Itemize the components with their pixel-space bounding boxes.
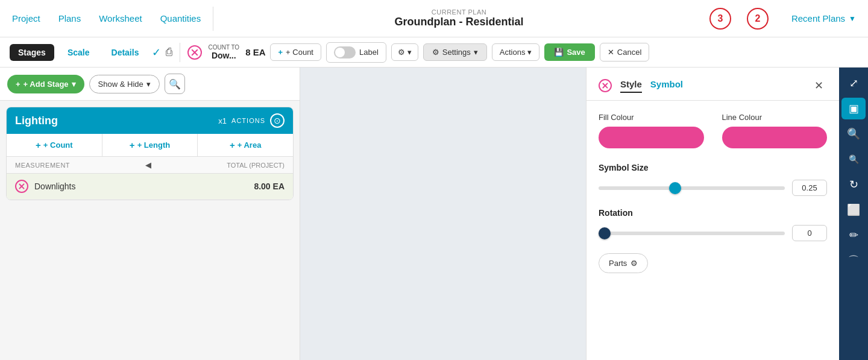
search-icon: 🔍 [169,78,181,90]
line-colour-label: Line Colour [722,113,828,122]
sidebar-path-icon[interactable]: ⌒ [841,250,866,271]
size-slider-thumb[interactable] [669,182,681,194]
nav-quantities[interactable]: Quantities [160,13,201,24]
count-to-label: COUNT TO [208,44,239,51]
fill-colour-section: Fill Colour [599,113,704,151]
details-tab[interactable]: Details [103,44,148,61]
toggle-knob [335,48,345,57]
save-label: Save [567,48,585,57]
add-stage-button[interactable]: + + Add Stage ▾ [7,75,84,93]
stage-header: Lighting x1 ACTIONS ⊙ [7,107,293,134]
left-panel-toolbar: + + Add Stage ▾ Show & Hide ▾ 🔍 [0,68,300,101]
left-panel: + + Add Stage ▾ Show & Hide ▾ 🔍 Lighting… [0,68,300,360]
length-plus-icon: + [130,140,135,150]
style-tab[interactable]: Style [620,79,642,93]
label-toggle[interactable] [334,46,356,58]
save-icon: 💾 [554,48,564,57]
item-name: Downlights [34,182,254,191]
stages-tab[interactable]: Stages [10,44,54,61]
settings-button[interactable]: ⚙ Settings ▾ [423,43,487,61]
add-stage-icon: + [16,80,20,89]
measurement-nav-icon[interactable]: ◀ [145,160,151,169]
line-colour-section: Line Colour [722,113,828,151]
colour-row: Fill Colour Line Colour [599,113,827,151]
cancel-label: Cancel [617,48,641,57]
show-hide-button[interactable]: Show & Hide ▾ [89,75,160,93]
top-nav: Project Plans Worksheet Quantities CURRE… [0,0,868,37]
gear-icon: ⚙ [398,48,405,57]
add-count-label: + Count [286,48,313,57]
nav-worksheet[interactable]: Worksheet [99,13,142,24]
recent-plans-button[interactable]: Recent Plans ▼ [791,13,856,24]
stage-count: x1 [218,116,227,125]
stage-actions-label: ACTIONS [231,117,265,124]
table-row[interactable]: Downlights 8.00 EA [7,174,293,200]
search-button[interactable]: 🔍 [165,74,185,94]
gear-button[interactable]: ⚙ ▾ [391,43,418,61]
symbol-size-section: Symbol Size [599,163,827,196]
stage-card-lighting: Lighting x1 ACTIONS ⊙ + + Count + [6,107,294,200]
add-count-item-label: + Count [43,141,73,150]
save-button[interactable]: 💾 Save [544,43,594,61]
sidebar-expand-icon[interactable]: ⤢ [841,72,866,94]
plus-icon: + [278,48,283,57]
item-count: 8.00 EA [254,182,285,191]
add-stage-label: + Add Stage [24,80,69,89]
parts-label: Parts [609,259,627,268]
current-plan-title: Groundplan - Residential [225,16,693,28]
toolbar-separator [180,43,180,62]
label-btn-text: Label [359,48,379,57]
right-sidebar: ⤢ ▣ 🔍 🔍 ↻ ⬜ ✏ ⌒ [839,68,868,360]
document-icon[interactable]: ⎙ [166,46,172,58]
size-slider-input[interactable] [792,180,827,196]
current-plan-label: CURRENT PLAN [225,8,693,16]
sidebar-refresh-icon[interactable]: ↻ [841,174,866,195]
step-2-badge[interactable]: 2 [747,8,769,30]
close-panel-button[interactable]: ✕ [810,77,827,94]
line-colour-swatch[interactable] [722,127,828,148]
parts-button[interactable]: Parts ⚙ [599,253,648,273]
symbol-tab[interactable]: Symbol [650,79,683,93]
actions-button[interactable]: Actions ▾ [492,43,540,61]
symbol-x-icon [187,45,202,60]
nav-plans[interactable]: Plans [58,13,81,24]
count-value: 8 EA [245,47,265,57]
sidebar-pencil-icon[interactable]: ✏ [841,224,866,246]
symbol-size-label: Symbol Size [599,163,827,172]
scale-tab[interactable]: Scale [59,44,98,61]
stage-actions-button[interactable]: ⊙ [270,113,285,128]
measurement-row: MEASUREMENT ◀ TOTAL (PROJECT) [7,157,293,174]
label-toggle-btn[interactable]: Label [326,42,386,63]
sidebar-zoom-out-icon[interactable]: 🔍 [841,148,866,170]
right-panel-header-left: Style Symbol [599,79,683,93]
rotation-slider-thumb[interactable] [599,227,611,239]
parts-gear-icon: ⚙ [631,259,638,268]
add-length-label: + Length [137,141,171,150]
show-hide-caret-icon: ▾ [146,80,151,89]
add-count-item-button[interactable]: + + Count [7,134,102,156]
style-symbol-icon [599,79,612,92]
main-area: + + Add Stage ▾ Show & Hide ▾ 🔍 Lighting… [0,68,868,360]
rotation-label: Rotation [599,208,827,218]
count-indicator: COUNT TO Dow... [208,44,239,60]
sidebar-layers-icon[interactable]: ▣ [841,98,866,119]
actions-label: Actions [500,48,526,57]
symbol-indicator: COUNT TO Dow... 8 EA [187,44,265,60]
rotation-slider-input[interactable] [792,225,827,241]
stage-title: Lighting [15,115,58,127]
cancel-button[interactable]: ✕ Cancel [600,43,649,62]
add-count-button[interactable]: + + Count [270,43,321,61]
fill-colour-swatch[interactable] [599,127,704,148]
sidebar-zoom-in-icon[interactable]: 🔍 [841,123,866,145]
step-3-badge[interactable]: 3 [709,8,731,30]
canvas-area[interactable]: 1 [300,68,586,360]
nav-project[interactable]: Project [12,13,40,24]
stage-body: + + Count + + Length + + Area MEASUREMEN… [7,134,293,200]
add-length-button[interactable]: + + Length [102,134,198,156]
rotation-slider-track [599,232,785,235]
add-area-button[interactable]: + + Area [198,134,293,156]
stage-add-row: + + Count + + Length + + Area [7,134,293,157]
sidebar-eraser-icon[interactable]: ⬜ [841,199,866,221]
fill-colour-label: Fill Colour [599,113,704,122]
rotation-slider-row [599,225,827,241]
